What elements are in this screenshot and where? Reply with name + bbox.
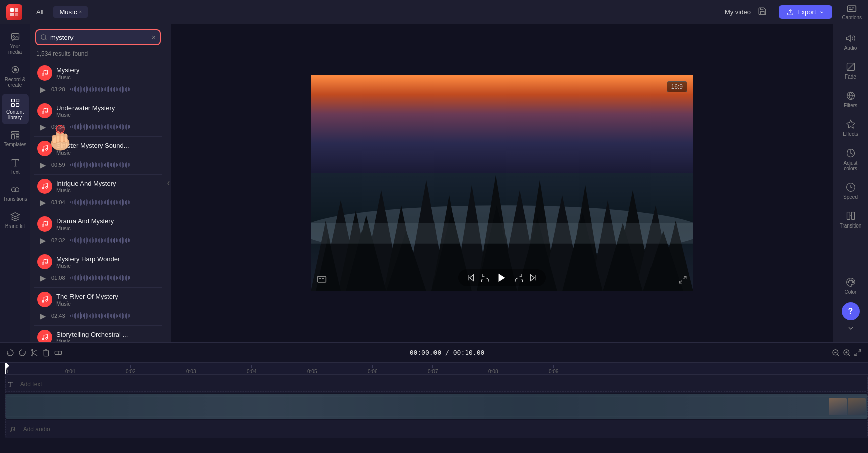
svg-rect-19 [16, 134, 19, 136]
right-panel-audio[interactable]: Audio [835, 28, 867, 56]
search-clear-icon[interactable]: × [152, 33, 156, 41]
play-pause-button[interactable] [496, 272, 508, 283]
save-icon[interactable] [758, 7, 767, 18]
svg-point-46 [46, 300, 48, 302]
music-note-icon [37, 179, 52, 194]
waveform [70, 311, 130, 320]
play-button[interactable]: ▶ [37, 197, 48, 208]
list-item[interactable]: Drama And Mystery Music ▶ 02:32 [34, 212, 162, 250]
color-icon [846, 277, 856, 287]
svg-point-10 [13, 36, 14, 37]
svg-point-44 [46, 262, 48, 264]
player-controls [458, 269, 546, 286]
right-panel-fade[interactable]: Fade [835, 57, 867, 85]
tab-all[interactable]: All [30, 6, 49, 18]
svg-point-43 [42, 263, 44, 265]
fit-to-screen-icon[interactable] [854, 349, 862, 357]
music-type: Music [56, 225, 159, 231]
svg-point-121 [10, 430, 12, 431]
sidebar-item-brand-kit[interactable]: Brand kit [2, 208, 29, 233]
cut-button[interactable] [30, 349, 38, 357]
right-panel-speed[interactable]: Speed [835, 177, 867, 205]
list-item[interactable]: Mystery Music ▶ 03:28 [34, 61, 162, 99]
rewind-button[interactable] [481, 273, 490, 282]
svg-line-115 [858, 350, 861, 352]
right-panel-filters[interactable]: Filters [835, 86, 867, 113]
preview-area: 16:9 [171, 24, 833, 342]
svg-rect-2 [10, 13, 14, 16]
split-button[interactable] [54, 349, 62, 357]
list-item[interactable]: Storytelling Orchestral ... Music ▶ 00:4… [34, 326, 162, 342]
captions-player-icon[interactable] [317, 274, 327, 286]
svg-point-39 [42, 187, 44, 189]
play-button[interactable]: ▶ [37, 84, 48, 95]
right-panel-chevron[interactable] [847, 324, 855, 334]
music-name: Intrigue And Mystery [56, 180, 159, 187]
play-button[interactable]: ▶ [37, 235, 48, 246]
timeline-playhead[interactable] [5, 363, 6, 374]
svg-point-102 [32, 349, 33, 351]
topbar: All Music × My video Export Captions [0, 0, 868, 24]
list-item[interactable]: Intrigue And Mystery Music ▶ 03:04 [34, 175, 162, 212]
redo-button[interactable] [18, 349, 26, 357]
waveform [70, 160, 130, 169]
music-note-icon [37, 216, 52, 232]
skip-back-button[interactable] [466, 273, 475, 282]
add-audio-button[interactable]: + Add audio [18, 426, 50, 433]
delete-icon [42, 349, 50, 357]
svg-rect-5 [848, 6, 856, 12]
sidebar-item-your-media[interactable]: Your media [2, 28, 29, 59]
delete-button[interactable] [42, 349, 50, 357]
list-item[interactable]: Sinister Mystery Sound... Music ▶ 00:59 [34, 137, 162, 175]
zoom-out-icon[interactable] [832, 349, 840, 357]
svg-point-100 [852, 281, 854, 283]
svg-line-116 [855, 353, 857, 356]
forward-button[interactable] [514, 273, 523, 282]
skip-forward-button[interactable] [529, 273, 538, 282]
list-item[interactable]: Underwater Mystery Music ▶ 03:34 [34, 99, 162, 137]
play-button[interactable]: ▶ [37, 272, 48, 283]
search-box[interactable]: × [35, 29, 161, 45]
sidebar-item-templates[interactable]: Templates [2, 126, 29, 152]
music-name: Underwater Mystery [56, 104, 159, 112]
svg-rect-14 [16, 99, 19, 102]
zoom-in-icon[interactable] [843, 349, 851, 357]
play-button[interactable]: ▶ [37, 310, 48, 321]
play-button[interactable]: ▶ [37, 159, 48, 170]
app-logo[interactable] [6, 4, 22, 20]
collapse-handle[interactable] [166, 24, 171, 342]
captions-button[interactable]: Captions [842, 4, 862, 20]
help-button[interactable]: ? [842, 302, 860, 320]
right-panel-bottom: Color ? [835, 272, 867, 338]
svg-rect-13 [11, 99, 14, 102]
sidebar-item-text[interactable]: Text [2, 154, 29, 179]
sidebar-item-record-create[interactable]: Record & create [2, 61, 29, 92]
svg-point-36 [46, 111, 48, 113]
svg-rect-119 [5, 394, 868, 419]
search-input[interactable] [50, 34, 149, 41]
list-item[interactable]: Mystery Harp Wonder Music ▶ 01:08 [34, 250, 162, 288]
music-name: Mystery [56, 66, 159, 74]
right-panel-adjust-colors[interactable]: Adjust colors [835, 143, 867, 176]
sidebar-item-transitions[interactable]: Transitions [2, 181, 29, 206]
fullscreen-button[interactable] [678, 275, 687, 286]
sidebar-item-content-library[interactable]: Content library [2, 94, 29, 124]
right-panel-color[interactable]: Color [835, 272, 867, 300]
play-button[interactable]: ▶ [37, 121, 48, 132]
export-button[interactable]: Export [779, 5, 832, 19]
tab-close-icon[interactable]: × [79, 9, 82, 15]
list-item[interactable]: The River Of Mystery Music ▶ 02:43 [34, 288, 162, 326]
aspect-ratio-badge[interactable]: 16:9 [667, 81, 687, 92]
add-text-button[interactable]: + Add text [15, 381, 42, 388]
svg-line-85 [684, 276, 686, 279]
video-track[interactable] [5, 393, 868, 420]
templates-icon [10, 130, 20, 140]
right-panel-effects[interactable]: Effects [835, 114, 867, 142]
undo-button[interactable] [6, 349, 14, 357]
svg-marker-77 [470, 275, 474, 281]
right-panel-transition[interactable]: Transition [835, 206, 867, 234]
transitions-icon [10, 185, 20, 195]
tab-music[interactable]: Music × [53, 6, 88, 18]
svg-rect-0 [10, 8, 14, 12]
svg-point-35 [42, 112, 44, 114]
